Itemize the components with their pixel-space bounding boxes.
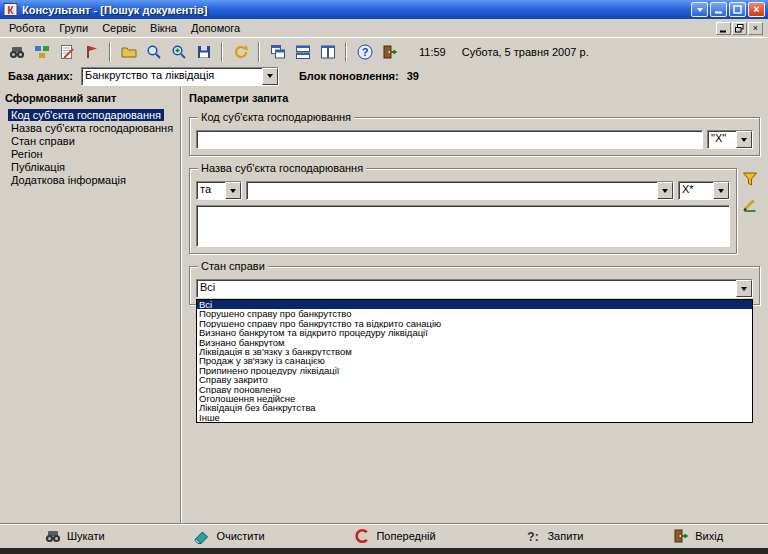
- state-option[interactable]: Інше: [197, 413, 752, 422]
- windows-arrange-button[interactable]: [316, 40, 339, 63]
- mdi-minimize-button[interactable]: [716, 22, 731, 35]
- mdi-close-button[interactable]: ×: [748, 22, 763, 35]
- query-item-code[interactable]: Код суб'єкта господарювання: [8, 109, 164, 121]
- state-group-title: Стан справи: [198, 260, 268, 273]
- database-select-arrow-button[interactable]: [262, 68, 278, 85]
- exit-button[interactable]: Вихід: [673, 528, 723, 544]
- state-option[interactable]: Ліквідація в зв'язку з банкрутством: [197, 347, 752, 356]
- params-panel-title: Параметри запита: [189, 89, 760, 107]
- previous-button[interactable]: Попередній: [354, 528, 435, 544]
- app-window: К Консультант - [Пошук документів] × Роб…: [0, 0, 768, 554]
- name-input-arrow-button[interactable]: [657, 182, 673, 199]
- svg-text:?:: ?:: [528, 530, 539, 544]
- exit-icon: [673, 528, 689, 544]
- toolbar-separator: [258, 42, 260, 62]
- hand-write-button[interactable]: [741, 195, 759, 213]
- name-input-value: [247, 182, 657, 199]
- groups-icon: [34, 44, 50, 60]
- maximize-button[interactable]: [729, 2, 746, 17]
- menu-servis[interactable]: Сервіс: [95, 21, 143, 35]
- search-binoculars-button[interactable]: [5, 40, 28, 63]
- find-in-base-button[interactable]: [167, 40, 190, 63]
- queries-button-label: Запити: [547, 530, 583, 542]
- find-button[interactable]: [142, 40, 165, 63]
- state-option[interactable]: Припинено процедуру ліквідації: [197, 366, 752, 375]
- state-option[interactable]: Ліквідація без банкрутства: [197, 403, 752, 412]
- name-input-combo[interactable]: [246, 181, 674, 200]
- search-button[interactable]: Шукати: [45, 528, 105, 544]
- state-option[interactable]: Справу поновлено: [197, 385, 752, 394]
- folders-button[interactable]: [117, 40, 140, 63]
- state-dropdown-list: Всі Порушено справу про банкрутство Пору…: [196, 299, 753, 423]
- edit-document-button[interactable]: [55, 40, 78, 63]
- state-select-arrow-button[interactable]: [736, 280, 752, 297]
- query-item-state[interactable]: Стан справи: [8, 135, 78, 147]
- state-option[interactable]: Порушено справу про банкрутство та відкр…: [197, 319, 752, 328]
- queries-button[interactable]: ?: Запити: [525, 528, 583, 544]
- menu-dopomoga[interactable]: Допомога: [184, 21, 247, 35]
- code-match-mode-select[interactable]: "Х": [707, 130, 753, 149]
- menu-vikna[interactable]: Вікна: [143, 21, 184, 35]
- database-select-value: Банкрутство та ліквідація: [82, 68, 262, 85]
- code-input[interactable]: [196, 130, 703, 149]
- update-icon: [233, 44, 249, 60]
- titlebar[interactable]: К Консультант - [Пошук документів] ×: [0, 0, 768, 19]
- mark-document-icon: [84, 44, 100, 60]
- help-button[interactable]: ?: [353, 40, 376, 63]
- bottom-bar: Шукати Очистити Попередній ?: Запити Вих…: [0, 523, 768, 548]
- mdi-minimize-icon: [719, 24, 728, 33]
- maximize-icon: [733, 5, 742, 14]
- filter-icon: [742, 171, 758, 187]
- state-option[interactable]: Визнано банкрутом та відкрито процедуру …: [197, 328, 752, 337]
- code-group: Код суб'єкта господарювання "Х": [189, 117, 760, 156]
- groups-button[interactable]: [30, 40, 53, 63]
- state-option[interactable]: Оголошення недійсне: [197, 394, 752, 403]
- windows-cascade-button[interactable]: [266, 40, 289, 63]
- menu-robota[interactable]: Робота: [2, 21, 52, 35]
- state-option[interactable]: Справу закрито: [197, 375, 752, 384]
- mdi-restore-button[interactable]: [732, 22, 747, 35]
- search-binoculars-icon: [45, 528, 61, 544]
- name-operator-select[interactable]: та: [196, 181, 242, 200]
- query-item-publication[interactable]: Публікація: [8, 161, 68, 173]
- minimize-button[interactable]: [710, 2, 727, 17]
- query-item-name[interactable]: Назва суб'єкта господарювання: [8, 122, 176, 134]
- close-button[interactable]: ×: [748, 2, 765, 17]
- code-match-mode-arrow-button[interactable]: [736, 131, 752, 148]
- name-operator-arrow-button[interactable]: [225, 182, 241, 199]
- state-option[interactable]: Продаж у зв'язку із санацією: [197, 356, 752, 365]
- window-menu-button[interactable]: [691, 2, 708, 17]
- update-block-value: 39: [407, 70, 419, 82]
- save-button[interactable]: [192, 40, 215, 63]
- filter-button[interactable]: [741, 170, 759, 188]
- toolbar: ? 11:59 Субота, 5 травня 2007 р.: [0, 37, 768, 65]
- svg-text:К: К: [7, 5, 14, 16]
- state-option[interactable]: Визнано банкрутом: [197, 338, 752, 347]
- edit-document-icon: [59, 44, 75, 60]
- exit-toolbar-button[interactable]: [378, 40, 401, 63]
- name-match-mode-select[interactable]: Х*: [678, 181, 730, 200]
- search-button-label: Шукати: [67, 530, 105, 542]
- clear-button-label: Очистити: [216, 530, 264, 542]
- window-title: Консультант - [Пошук документів]: [22, 4, 687, 16]
- name-list-textarea[interactable]: [196, 205, 730, 247]
- clear-button[interactable]: Очистити: [194, 528, 264, 544]
- menubar: Робота Групи Сервіс Вікна Допомога ×: [0, 19, 768, 37]
- state-select[interactable]: Всі: [196, 279, 753, 298]
- windows-tile-button[interactable]: [291, 40, 314, 63]
- name-match-mode-arrow-button[interactable]: [713, 182, 729, 199]
- windows-tile-icon: [295, 44, 311, 60]
- query-item-region[interactable]: Регіон: [8, 148, 46, 160]
- exit-button-label: Вихід: [695, 530, 723, 542]
- state-option[interactable]: Всі: [197, 300, 752, 309]
- state-option[interactable]: Порушено справу про банкрутство: [197, 309, 752, 318]
- main-area: Сформований запит Код суб'єкта господарю…: [0, 87, 768, 523]
- menu-grupy[interactable]: Групи: [52, 21, 95, 35]
- update-button[interactable]: [229, 40, 252, 63]
- database-label: База даних:: [8, 70, 73, 82]
- database-select[interactable]: Банкрутство та ліквідація: [81, 67, 279, 86]
- query-item-extra[interactable]: Додаткова інформація: [8, 174, 129, 186]
- mark-document-button[interactable]: [80, 40, 103, 63]
- query-panel: Сформований запит Код суб'єкта господарю…: [0, 87, 181, 523]
- toolbar-separator: [345, 42, 347, 62]
